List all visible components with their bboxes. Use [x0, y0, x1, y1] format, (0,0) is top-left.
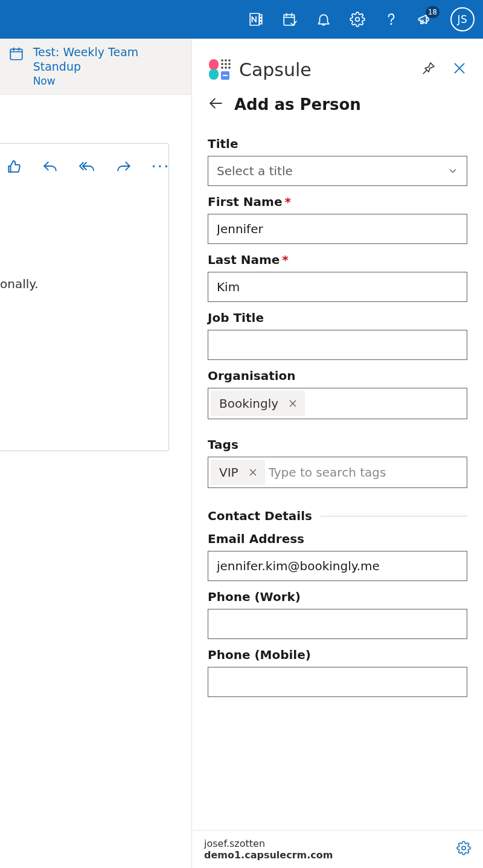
phone-work-input[interactable] — [208, 609, 467, 639]
job-title-label: Job Title — [208, 310, 467, 325]
svg-point-12 — [228, 59, 231, 62]
first-name-input[interactable] — [208, 214, 467, 244]
chevron-down-icon — [447, 166, 458, 176]
addin-settings-icon[interactable] — [456, 841, 471, 858]
remove-chip-icon[interactable] — [247, 466, 259, 478]
svg-point-15 — [228, 63, 231, 65]
svg-point-11 — [225, 59, 227, 62]
tag-chip: VIP — [211, 460, 265, 485]
reading-pane: ··· onally. — [0, 95, 191, 868]
svg-rect-20 — [223, 75, 228, 76]
job-title-input[interactable] — [208, 330, 467, 360]
close-icon[interactable] — [452, 60, 467, 79]
title-label: Title — [208, 137, 467, 151]
contact-details-label: Contact Details — [208, 509, 312, 523]
event-time: Now — [33, 75, 183, 87]
megaphone-icon[interactable]: 18 — [417, 11, 433, 28]
organisation-label: Organisation — [208, 368, 467, 383]
tags-input[interactable]: VIP — [208, 457, 467, 488]
title-select[interactable]: Select a title — [208, 156, 467, 186]
organisation-text-input[interactable] — [309, 396, 464, 411]
remove-chip-icon[interactable] — [287, 397, 299, 410]
like-icon[interactable] — [6, 158, 22, 175]
tags-text-input[interactable] — [269, 465, 464, 480]
last-name-input[interactable] — [208, 272, 467, 302]
svg-rect-7 — [10, 49, 22, 59]
capsule-addin-panel: Capsule Add a — [192, 39, 483, 868]
svg-point-16 — [221, 66, 223, 69]
svg-rect-4 — [284, 14, 294, 25]
svg-rect-1 — [259, 14, 261, 17]
organisation-input[interactable]: Bookingly — [208, 388, 467, 419]
message-card: ··· onally. — [0, 143, 169, 451]
email-input[interactable] — [208, 551, 467, 581]
addin-footer: josef.szotten demo1.capsulecrm.com — [192, 830, 483, 868]
outlook-command-bar: 18 JS — [0, 0, 483, 39]
onenote-feed-icon[interactable] — [248, 11, 264, 28]
phone-mobile-label: Phone (Mobile) — [208, 648, 467, 662]
svg-rect-9 — [209, 69, 219, 80]
tag-chip-label: VIP — [219, 465, 238, 480]
phone-mobile-input[interactable] — [208, 667, 467, 697]
settings-icon[interactable] — [349, 11, 366, 28]
svg-rect-3 — [259, 21, 261, 24]
svg-rect-2 — [259, 18, 261, 21]
calendar-event-banner[interactable]: Test: Weekly Team Standup Now — [0, 39, 191, 95]
my-day-icon[interactable] — [281, 11, 298, 28]
svg-point-10 — [221, 59, 223, 62]
phone-work-label: Phone (Work) — [208, 590, 467, 604]
reply-all-icon[interactable] — [78, 158, 95, 175]
notifications-icon[interactable] — [315, 11, 332, 28]
tags-label: Tags — [208, 437, 467, 452]
message-body-fragment: onally. — [0, 277, 39, 291]
screen-title: Add as Person — [234, 95, 361, 114]
email-label: Email Address — [208, 532, 467, 546]
svg-point-6 — [391, 24, 391, 24]
calendar-icon — [8, 45, 26, 87]
organisation-chip: Bookingly — [211, 391, 305, 416]
svg-point-13 — [221, 63, 223, 65]
footer-user: josef.szotten — [204, 838, 333, 849]
add-person-form: Title Select a title First Name* Last Na… — [192, 128, 483, 830]
title-select-value: Select a title — [217, 164, 293, 178]
outlook-left-column: Test: Weekly Team Standup Now — [0, 39, 192, 868]
svg-point-14 — [225, 63, 227, 65]
svg-point-17 — [225, 66, 227, 69]
addin-brand: Capsule — [239, 59, 312, 80]
event-title: Test: Weekly Team Standup — [33, 45, 183, 74]
reply-icon[interactable] — [42, 158, 58, 175]
notification-badge: 18 — [426, 6, 440, 18]
forward-icon[interactable] — [116, 158, 132, 175]
contact-details-divider: Contact Details — [208, 509, 467, 523]
svg-point-18 — [228, 66, 231, 69]
last-name-label: Last Name* — [208, 252, 467, 267]
svg-point-21 — [462, 846, 465, 850]
footer-domain: demo1.capsulecrm.com — [204, 849, 333, 861]
avatar[interactable]: JS — [450, 7, 475, 31]
organisation-chip-label: Bookingly — [219, 396, 278, 411]
capsule-logo-icon — [208, 57, 231, 82]
back-icon[interactable] — [208, 95, 223, 114]
pin-icon[interactable] — [421, 61, 436, 78]
more-actions-icon[interactable]: ··· — [152, 158, 169, 175]
help-icon[interactable] — [383, 11, 400, 28]
first-name-label: First Name* — [208, 194, 467, 209]
svg-rect-8 — [209, 59, 219, 70]
addin-header: Capsule — [192, 39, 483, 94]
